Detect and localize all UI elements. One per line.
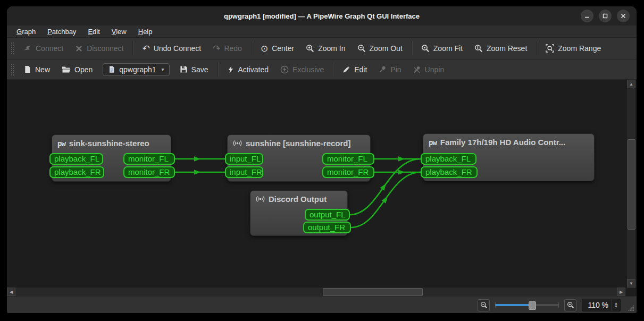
graph-canvas[interactable]: pw sink-sunshine-stereo sunshine [sunshi… <box>7 80 637 296</box>
zoom-percent-spinbox[interactable]: 110 % ▲ ▼ <box>582 299 621 311</box>
menu-view[interactable]: View <box>107 27 131 36</box>
undo-connect-button[interactable]: ↶ Undo Connect <box>136 38 207 59</box>
statusbar-zoom-in-button[interactable] <box>564 299 576 311</box>
vertical-scroll-handle[interactable] <box>628 139 635 230</box>
node-header: pw sink-sunshine-stereo <box>52 135 171 148</box>
node-header: sunshine [sunshine-record] <box>228 135 370 148</box>
spinbox-arrows[interactable]: ▲ ▼ <box>612 299 620 311</box>
connection[interactable] <box>374 170 421 175</box>
connect-icon <box>23 44 32 53</box>
port-sink-playback-fl[interactable]: playback_FL <box>49 153 103 165</box>
center-button[interactable]: ⊙ Center <box>255 38 300 59</box>
slider-fill <box>495 304 530 306</box>
maximize-button[interactable] <box>599 10 612 22</box>
scroll-down-button[interactable]: ▼ <box>627 279 635 288</box>
scroll-left-button[interactable]: ◀ <box>7 288 15 296</box>
zoom-range-icon <box>546 44 554 53</box>
exclusive-button[interactable]: Exclusive <box>274 60 330 79</box>
horizontal-scrollbar[interactable]: ◀ ▶ <box>7 287 625 296</box>
unpin-icon <box>413 65 421 73</box>
scroll-left-icon: ◀ <box>10 290 13 294</box>
exclusive-label: Exclusive <box>292 65 324 74</box>
titlebar[interactable]: qpwgraph1 [modified] — A PipeWire Graph … <box>7 6 637 26</box>
port-sink-playback-fr[interactable]: playback_FR <box>49 166 104 178</box>
slider-thumb[interactable] <box>529 301 536 310</box>
port-family-playback-fl[interactable]: playback_FL <box>421 153 476 165</box>
node-header: Discord Output <box>250 191 347 204</box>
port-discord-output-fl[interactable]: output_FL <box>305 209 350 221</box>
open-label: Open <box>74 65 93 74</box>
zoom-out-label: Zoom Out <box>370 44 403 53</box>
statusbar-zoom-out-button[interactable] <box>478 299 490 311</box>
menubar: Graph Patchbay Edit View Help <box>7 26 637 38</box>
menu-patchbay[interactable]: Patchbay <box>43 27 80 36</box>
port-sunshine-monitor-fr[interactable]: monitor_FR <box>322 166 374 178</box>
pin-button[interactable]: Pin <box>373 60 407 79</box>
center-label: Center <box>272 44 294 53</box>
zoom-reset-button[interactable]: Zoom Reset <box>469 38 533 59</box>
connect-label: Connect <box>36 44 63 53</box>
zoom-fit-button[interactable]: Zoom Fit <box>415 38 469 59</box>
save-button[interactable]: Save <box>174 60 214 79</box>
port-family-playback-fr[interactable]: playback_FR <box>421 166 478 178</box>
activated-label: Activated <box>238 65 269 74</box>
disconnect-label: Disconnect <box>87 44 123 53</box>
node-title: sunshine [sunshine-record] <box>246 139 351 148</box>
toolbar-drag-handle[interactable] <box>11 63 14 76</box>
open-folder-icon <box>62 65 71 73</box>
new-button[interactable]: New <box>18 60 56 79</box>
connect-button[interactable]: Connect <box>18 38 69 59</box>
spin-down-icon[interactable]: ▼ <box>614 305 618 308</box>
activated-bolt-icon <box>227 65 235 74</box>
connection-layer <box>7 80 627 288</box>
redo-label: Redo <box>224 44 241 53</box>
disconnect-button[interactable]: Disconnect <box>69 38 129 59</box>
zoom-range-button[interactable]: Zoom Range <box>540 38 607 59</box>
port-sunshine-monitor-fl[interactable]: monitor_FL <box>322 153 374 165</box>
close-button[interactable] <box>617 10 630 22</box>
zoom-in-button[interactable]: Zoom In <box>300 38 351 59</box>
port-sink-monitor-fl[interactable]: monitor_FL <box>123 153 175 165</box>
toolbar-separator <box>536 41 537 55</box>
zoom-in-icon <box>306 44 314 53</box>
node-title: Family 17h/19h HD Audio Contr... <box>440 138 565 147</box>
stream-icon <box>233 139 242 148</box>
pipewire-icon: pw <box>57 139 65 148</box>
zoom-out-button[interactable]: Zoom Out <box>352 38 408 59</box>
connection[interactable] <box>175 156 225 162</box>
horizontal-scroll-handle[interactable] <box>323 288 423 296</box>
unpin-button[interactable]: Unpin <box>407 60 450 79</box>
port-discord-output-fr[interactable]: output_FR <box>303 222 351 233</box>
scroll-up-button[interactable]: ▲ <box>627 80 635 88</box>
edit-button[interactable]: Edit <box>337 60 373 79</box>
zoom-slider[interactable] <box>495 301 559 309</box>
exclusive-icon <box>280 65 289 74</box>
activated-button[interactable]: Activated <box>221 60 275 79</box>
port-sunshine-input-fr[interactable]: input_FR <box>225 166 263 178</box>
redo-icon: ↷ <box>213 44 220 53</box>
zoom-in-label: Zoom In <box>318 44 345 53</box>
port-sink-monitor-fr[interactable]: monitor_FR <box>123 166 175 178</box>
minimize-button[interactable] <box>581 10 593 22</box>
patchbay-profile-combo[interactable]: qpwgraph1 ▾ <box>103 63 169 76</box>
new-file-icon <box>23 65 31 73</box>
open-button[interactable]: Open <box>56 60 98 79</box>
resize-grip[interactable] <box>628 305 634 311</box>
redo-button[interactable]: ↷ Redo <box>207 38 248 59</box>
close-icon <box>620 13 626 19</box>
connection[interactable] <box>374 156 421 162</box>
menu-help[interactable]: Help <box>134 27 157 36</box>
toolbar-separator <box>412 41 412 55</box>
toolbar-drag-handle[interactable] <box>11 42 14 55</box>
zoom-range-label: Zoom Range <box>558 44 601 53</box>
port-sunshine-input-fl[interactable]: input_FL <box>225 153 263 165</box>
zoom-percent-value: 110 % <box>582 301 612 309</box>
scroll-right-button[interactable]: ▶ <box>617 288 625 296</box>
chevron-down-icon: ▾ <box>160 66 164 72</box>
scroll-right-icon: ▶ <box>620 290 623 294</box>
vertical-scrollbar[interactable]: ▲ ▼ <box>626 80 635 288</box>
menu-graph[interactable]: Graph <box>12 27 40 36</box>
toolbar-separator <box>132 41 133 55</box>
menu-edit[interactable]: Edit <box>83 27 104 36</box>
connection[interactable] <box>175 170 225 175</box>
